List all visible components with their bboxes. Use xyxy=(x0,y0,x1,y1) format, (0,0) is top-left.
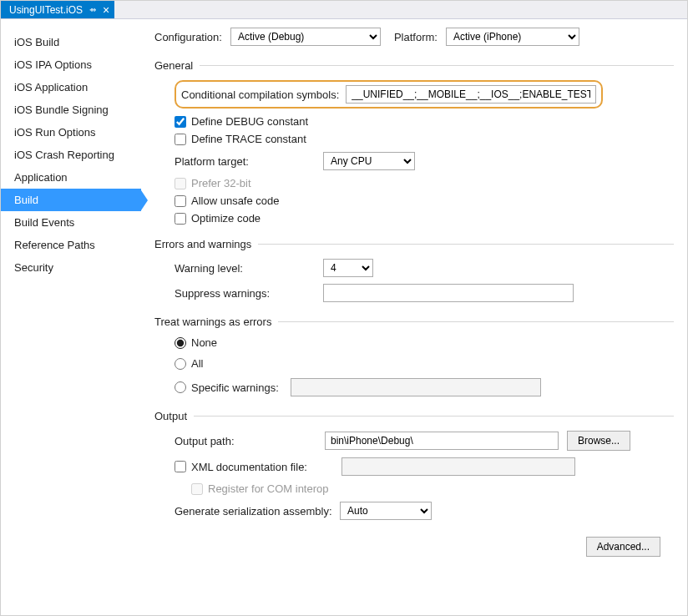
sidebar-item-ios-ipa-options[interactable]: iOS IPA Options xyxy=(1,53,141,76)
xml-doc-checkbox-row[interactable]: XML documentation file: xyxy=(175,461,333,473)
allow-unsafe-label: Allow unsafe code xyxy=(191,194,280,207)
sidebar-item-security[interactable]: Security xyxy=(1,256,141,279)
pin-icon[interactable]: ⇴ xyxy=(89,5,96,14)
sidebar-item-build[interactable]: Build xyxy=(1,189,141,211)
twae-specific-radio[interactable] xyxy=(175,381,186,393)
optimize-checkbox-row[interactable]: Optimize code xyxy=(175,212,674,225)
platform-target-label: Platform target: xyxy=(175,155,316,168)
register-com-label: Register for COM interop xyxy=(208,482,329,495)
twae-none-label: None xyxy=(191,336,217,349)
conditional-symbols-highlight: Conditional compilation symbols: xyxy=(175,80,603,109)
document-tabbar: UsingUITest.iOS ⇴ × xyxy=(1,1,687,19)
conditional-symbols-input[interactable] xyxy=(346,85,596,104)
divider xyxy=(200,65,674,66)
prefer-32bit-checkbox xyxy=(175,178,186,189)
optimize-label: Optimize code xyxy=(191,212,261,225)
xml-doc-label: XML documentation file: xyxy=(191,461,307,473)
section-output: Output xyxy=(154,410,674,422)
twae-none-radio[interactable] xyxy=(175,337,186,349)
platform-target-select[interactable]: Any CPU xyxy=(323,152,415,170)
gen-serial-label: Generate serialization assembly: xyxy=(175,505,333,518)
define-debug-checkbox[interactable] xyxy=(175,116,186,128)
twae-radio-group: None All Specific warnings: xyxy=(175,336,674,396)
config-platform-row: Configuration: Active (Debug) Platform: … xyxy=(154,28,674,46)
sidebar-item-ios-application[interactable]: iOS Application xyxy=(1,76,141,98)
gen-serial-select[interactable]: Auto xyxy=(340,502,432,520)
define-trace-checkbox-row[interactable]: Define TRACE constant xyxy=(175,133,674,145)
section-twae: Treat warnings as errors xyxy=(154,316,674,328)
define-trace-checkbox[interactable] xyxy=(175,134,186,145)
browse-button[interactable]: Browse... xyxy=(567,431,630,451)
twae-all-radio[interactable] xyxy=(175,358,186,370)
section-output-title: Output xyxy=(154,410,187,422)
twae-none-row[interactable]: None xyxy=(175,336,674,349)
prefer-32bit-checkbox-row: Prefer 32-bit xyxy=(175,177,674,189)
twae-specific-row[interactable]: Specific warnings: xyxy=(175,378,674,396)
footer-row: Advanced... xyxy=(154,537,660,557)
document-tab[interactable]: UsingUITest.iOS ⇴ × xyxy=(1,1,114,18)
warning-level-label: Warning level: xyxy=(175,262,316,275)
platform-select[interactable]: Active (iPhone) xyxy=(446,28,579,46)
twae-all-row[interactable]: All xyxy=(175,357,674,370)
sidebar-item-build-events[interactable]: Build Events xyxy=(1,211,141,234)
main-panel: Configuration: Active (Debug) Platform: … xyxy=(141,19,687,615)
section-twae-title: Treat warnings as errors xyxy=(154,316,271,328)
section-errors: Errors and warnings xyxy=(154,238,674,250)
conditional-symbols-label: Conditional compilation symbols: xyxy=(181,88,339,101)
register-com-checkbox-row: Register for COM interop xyxy=(191,482,674,495)
sidebar-item-ios-crash-reporting[interactable]: iOS Crash Reporting xyxy=(1,144,141,166)
suppress-warnings-input[interactable] xyxy=(323,284,574,302)
optimize-checkbox[interactable] xyxy=(175,213,186,225)
define-debug-label: Define DEBUG constant xyxy=(191,115,308,128)
allow-unsafe-checkbox-row[interactable]: Allow unsafe code xyxy=(175,194,674,207)
divider xyxy=(278,321,674,322)
twae-specific-label: Specific warnings: xyxy=(191,381,279,394)
settings-sidebar: iOS Build iOS IPA Options iOS Applicatio… xyxy=(1,19,141,615)
suppress-warnings-label: Suppress warnings: xyxy=(175,287,316,300)
output-path-input[interactable] xyxy=(325,432,559,450)
advanced-button[interactable]: Advanced... xyxy=(586,537,660,557)
prefer-32bit-label: Prefer 32-bit xyxy=(191,177,251,189)
section-errors-title: Errors and warnings xyxy=(154,238,251,250)
close-icon[interactable]: × xyxy=(103,4,109,16)
output-path-label: Output path: xyxy=(175,435,316,447)
register-com-checkbox xyxy=(191,483,203,495)
xml-doc-checkbox[interactable] xyxy=(175,461,186,472)
sidebar-item-application[interactable]: Application xyxy=(1,166,141,189)
define-debug-checkbox-row[interactable]: Define DEBUG constant xyxy=(175,115,674,128)
project-properties-window: UsingUITest.iOS ⇴ × iOS Build iOS IPA Op… xyxy=(0,0,688,616)
sidebar-item-ios-bundle-signing[interactable]: iOS Bundle Signing xyxy=(1,98,141,121)
sidebar-item-ios-run-options[interactable]: iOS Run Options xyxy=(1,121,141,144)
xml-doc-input xyxy=(341,457,575,476)
divider xyxy=(194,416,674,417)
divider xyxy=(258,244,674,245)
twae-all-label: All xyxy=(191,357,203,370)
warning-level-select[interactable]: 4 xyxy=(323,259,373,277)
body: iOS Build iOS IPA Options iOS Applicatio… xyxy=(1,19,687,615)
platform-label: Platform: xyxy=(394,31,438,43)
sidebar-item-ios-build[interactable]: iOS Build xyxy=(1,31,141,53)
sidebar-item-reference-paths[interactable]: Reference Paths xyxy=(1,234,141,256)
twae-specific-input xyxy=(291,378,541,396)
section-general-title: General xyxy=(154,59,193,72)
define-trace-label: Define TRACE constant xyxy=(191,133,306,145)
section-general: General xyxy=(154,59,674,72)
tab-title: UsingUITest.iOS xyxy=(9,4,83,16)
configuration-label: Configuration: xyxy=(154,31,222,43)
allow-unsafe-checkbox[interactable] xyxy=(175,195,186,207)
configuration-select[interactable]: Active (Debug) xyxy=(230,28,381,46)
